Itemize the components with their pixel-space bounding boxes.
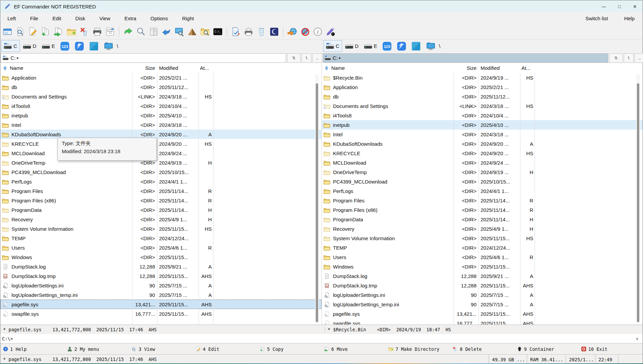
- drive-c-button[interactable]: C: [323, 40, 342, 52]
- file-row[interactable]: KDubaSoftDownloads<DIR>2024/9/20 ...A: [0, 130, 322, 139]
- thunder-bird-button[interactable]: [73, 40, 86, 52]
- menu-disk[interactable]: Disk: [68, 16, 92, 21]
- menu-options[interactable]: Options: [144, 16, 175, 21]
- file-row[interactable]: i4Tools8<DIR>2024/10/4 ...: [322, 111, 643, 120]
- file-row[interactable]: OneDriveTemp<DIR>2024/9/19 ...H: [322, 167, 643, 177]
- file-row[interactable]: Intel<DIR>2024/3/18 ...: [0, 120, 322, 130]
- fn-7-make-directory[interactable]: 7 Make Directory: [386, 346, 450, 352]
- fn-5-copy[interactable]: 5 Copy: [257, 346, 322, 352]
- drive-d-button[interactable]: D: [343, 40, 361, 52]
- file-row[interactable]: DumpStack.log12,2882025/9/21 ...A: [0, 262, 322, 271]
- menu-extra[interactable]: Extra: [117, 16, 143, 21]
- file-row[interactable]: Application<DIR>2025/2/21 ...: [0, 73, 322, 82]
- file-row[interactable]: pagefile.sys13,421...2025/11/15...AHS: [322, 309, 643, 318]
- file-row[interactable]: Program Files<DIR>2025/11/14...R: [322, 196, 643, 205]
- file-row[interactable]: pagefile.sys13,421...2025/11/15...AHS: [0, 300, 322, 309]
- menu-help[interactable]: Help: [616, 16, 643, 21]
- info-button[interactable]: i: [311, 26, 324, 38]
- book-button[interactable]: [147, 26, 160, 38]
- fn-2-my-menu[interactable]: 2 My menu: [65, 346, 129, 352]
- arrow-green-button[interactable]: [122, 26, 134, 38]
- file-row[interactable]: Documents and Settings<LINK>2024/3/18 ..…: [322, 101, 643, 111]
- file-row[interactable]: Recovery<DIR>2025/4/9 1...H: [0, 215, 322, 224]
- file-row[interactable]: Recovery<DIR>2025/4/9 1...H: [322, 224, 643, 233]
- file-row[interactable]: KRECYCLE<DIR>2024/9/20 ...HS: [322, 148, 643, 158]
- move-doc-button[interactable]: [52, 26, 65, 38]
- file-row[interactable]: inetpub<DIR>2025/4/10 ...: [322, 120, 643, 130]
- menu-file[interactable]: File: [23, 16, 45, 21]
- blue-square-button[interactable]: [409, 40, 423, 52]
- badge-123-button[interactable]: 123: [380, 40, 394, 52]
- right-scrollbar[interactable]: [636, 75, 640, 323]
- file-row[interactable]: DumpStack.log12,2882025/9/21 ...A: [322, 271, 643, 281]
- file-row[interactable]: Program Files<DIR>2025/11/14...R: [0, 186, 322, 196]
- drive-e-button[interactable]: E: [362, 40, 380, 52]
- file-row[interactable]: KRECYCLE<DIR>2024/9/20 ...HS: [0, 139, 322, 148]
- file-row[interactable]: MCLDownload<DIR>2024/9/24 ...: [0, 148, 322, 158]
- column-attributes[interactable]: At...: [520, 65, 535, 71]
- folder-search-button[interactable]: [199, 26, 211, 38]
- file-row[interactable]: System Volume Information<DIR>2025/11/15…: [0, 224, 322, 233]
- column-name[interactable]: Name: [322, 65, 454, 71]
- screen-moon-button[interactable]: [268, 26, 281, 38]
- launch-button[interactable]: [324, 26, 337, 38]
- file-row[interactable]: Application<DIR>2025/2/21 ...: [322, 82, 643, 92]
- delete-button[interactable]: [78, 26, 91, 38]
- drive-e-button[interactable]: E: [40, 40, 57, 52]
- network-monitor-button[interactable]: [102, 40, 115, 52]
- blue-square-button[interactable]: [87, 40, 101, 52]
- properties-button[interactable]: [104, 26, 117, 38]
- menu-view[interactable]: View: [92, 16, 117, 21]
- file-row[interactable]: db<DIR>2025/11/12...: [322, 92, 643, 101]
- view-doc-button[interactable]: [14, 26, 27, 38]
- file-row[interactable]: Program Files (x86)<DIR>2025/11/14...R: [322, 205, 643, 215]
- scrollbar-thumb[interactable]: [316, 83, 318, 322]
- command-line[interactable]: C:\> ∨: [0, 334, 643, 343]
- screen-search-button[interactable]: [173, 26, 186, 38]
- file-row[interactable]: DumpStack.log.tmp12,2882025/11/15...AHS: [322, 281, 643, 290]
- file-row[interactable]: System Volume Information<DIR>2025/11/15…: [322, 233, 643, 243]
- file-row[interactable]: $Recycle.Bin<DIR>2024/9/19 ...HS: [322, 73, 643, 82]
- file-row[interactable]: Program Files (x86)<DIR>2025/11/14...R: [0, 196, 322, 205]
- file-row[interactable]: TEMP<DIR>2024/12/24...: [322, 243, 643, 252]
- fn-3-view[interactable]: 3 View: [129, 346, 193, 352]
- left-scrollbar[interactable]: [315, 75, 319, 323]
- file-row[interactable]: Windows<DIR>2025/11/15...: [0, 252, 322, 262]
- column-size[interactable]: Size: [132, 65, 157, 71]
- file-row[interactable]: inetpub<DIR>2025/4/10 ...: [0, 111, 322, 120]
- globe-block-button[interactable]: [299, 26, 311, 38]
- file-row[interactable]: PC4399_MCLDownload<DIR>2025/10/15...: [322, 177, 643, 186]
- file-row[interactable]: ProgramData<DIR>2025/11/14...H: [0, 205, 322, 215]
- fn-4-edit[interactable]: 4 Edit: [193, 346, 257, 352]
- nav-parent-button[interactable]: ..: [312, 53, 322, 63]
- nav-root-unc-button[interactable]: \\: [609, 53, 623, 63]
- minimize-button[interactable]: —: [596, 0, 612, 12]
- maximize-button[interactable]: □: [612, 0, 627, 12]
- pyramid-button[interactable]: [186, 26, 199, 38]
- column-name[interactable]: Name: [0, 65, 132, 71]
- file-row[interactable]: Users<DIR>2025/4/6 1...R: [0, 243, 322, 252]
- window-button[interactable]: [1, 26, 14, 38]
- file-row[interactable]: i4Tools8<DIR>2024/10/4 ...: [0, 101, 322, 111]
- scrollbar-thumb[interactable]: [637, 83, 639, 322]
- right-path-input[interactable]: C: ▸: [323, 53, 608, 63]
- edit-doc-button[interactable]: [27, 26, 40, 38]
- fn-9-container[interactable]: 9 Container: [514, 346, 578, 352]
- file-row[interactable]: PerfLogs<DIR>2024/4/1 1...: [322, 186, 643, 196]
- file-row[interactable]: DumpStack.log.tmp12,2882025/11/15...AHS: [0, 271, 322, 281]
- print-page-button[interactable]: [242, 26, 255, 38]
- nav-parent-button[interactable]: ..: [635, 53, 643, 63]
- fn-10-exit[interactable]: 10 Exit: [578, 346, 643, 352]
- file-row[interactable]: PC4399_MCLDownload<DIR>2025/10/15...: [0, 167, 322, 177]
- trash-button[interactable]: [255, 26, 268, 38]
- nav-root-unc-button[interactable]: \\: [287, 53, 301, 63]
- file-row[interactable]: KDubaSoftDownloads<DIR>2024/9/20 ...A: [322, 139, 643, 148]
- file-row[interactable]: ProgramData<DIR>2025/11/14...H: [322, 215, 643, 224]
- file-row[interactable]: swapfile.sys16,777...2025/11/15...AHS: [0, 309, 322, 318]
- file-row[interactable]: Windows<DIR>2025/11/15...: [322, 262, 643, 271]
- menu-left[interactable]: Left: [0, 16, 23, 21]
- thunder-bird-button[interactable]: [395, 40, 408, 52]
- file-row[interactable]: Users<DIR>2025/4/6 1...R: [322, 252, 643, 262]
- menu-right[interactable]: Right: [175, 16, 201, 21]
- column-size[interactable]: Size: [454, 65, 479, 71]
